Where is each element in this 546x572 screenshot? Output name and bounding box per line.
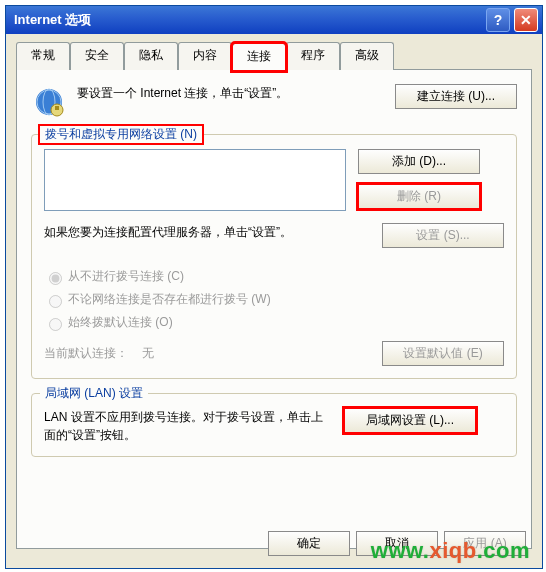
lan-fieldset: 局域网 (LAN) 设置 LAN 设置不应用到拨号连接。对于拨号设置，单击上面的… bbox=[31, 393, 517, 457]
window-title: Internet 选项 bbox=[14, 11, 91, 29]
tab-general[interactable]: 常规 bbox=[16, 42, 70, 70]
tab-bar: 常规 安全 隐私 内容 连接 程序 高级 bbox=[6, 34, 542, 70]
lan-text: LAN 设置不应用到拨号连接。对于拨号设置，单击上面的“设置”按钮。 bbox=[44, 408, 334, 444]
delete-button[interactable]: 删除 (R) bbox=[358, 184, 480, 209]
ok-button[interactable]: 确定 bbox=[268, 531, 350, 556]
radio-whenever-input bbox=[49, 295, 62, 308]
default-connection-value: 无 bbox=[142, 345, 382, 362]
watermark-prefix: www. bbox=[371, 538, 430, 563]
title-bar[interactable]: Internet 选项 ? ✕ bbox=[6, 6, 542, 34]
close-icon: ✕ bbox=[520, 12, 532, 28]
help-button[interactable]: ? bbox=[486, 8, 510, 32]
lan-settings-button[interactable]: 局域网设置 (L)... bbox=[344, 408, 476, 433]
tab-connections[interactable]: 连接 bbox=[232, 43, 286, 71]
set-default-button: 设置默认值 (E) bbox=[382, 341, 504, 366]
settings-button: 设置 (S)... bbox=[382, 223, 504, 248]
dialup-vpn-fieldset: 拨号和虚拟专用网络设置 (N) 添加 (D)... 删除 (R) 如果您要为连接… bbox=[31, 134, 517, 379]
proxy-text: 如果您要为连接配置代理服务器，单击“设置”。 bbox=[44, 223, 372, 241]
tab-security[interactable]: 安全 bbox=[70, 42, 124, 70]
connections-listbox[interactable] bbox=[44, 149, 346, 211]
globe-icon bbox=[31, 84, 67, 120]
watermark: www.xiqb.com bbox=[371, 538, 530, 564]
default-connection-label: 当前默认连接： bbox=[44, 345, 128, 362]
watermark-suffix: .com bbox=[477, 538, 530, 563]
radio-whenever-label: 不论网络连接是否存在都进行拨号 (W) bbox=[68, 291, 271, 308]
radio-always: 始终拨默认连接 (O) bbox=[44, 314, 504, 331]
radio-always-label: 始终拨默认连接 (O) bbox=[68, 314, 173, 331]
radio-never-label: 从不进行拨号连接 (C) bbox=[68, 268, 184, 285]
internet-options-dialog: Internet 选项 ? ✕ 常规 安全 隐私 内容 连接 程序 高级 要设置… bbox=[5, 5, 543, 569]
radio-never-input bbox=[49, 272, 62, 285]
radio-never: 从不进行拨号连接 (C) bbox=[44, 268, 504, 285]
tab-privacy[interactable]: 隐私 bbox=[124, 42, 178, 70]
intro-text: 要设置一个 Internet 连接，单击“设置”。 bbox=[77, 84, 385, 102]
help-icon: ? bbox=[494, 12, 503, 28]
lan-legend: 局域网 (LAN) 设置 bbox=[40, 385, 148, 402]
add-button[interactable]: 添加 (D)... bbox=[358, 149, 480, 174]
tab-advanced[interactable]: 高级 bbox=[340, 42, 394, 70]
svg-rect-3 bbox=[55, 106, 59, 110]
tab-content[interactable]: 内容 bbox=[178, 42, 232, 70]
watermark-highlight: xiqb bbox=[429, 538, 476, 563]
radio-always-input bbox=[49, 318, 62, 331]
dialup-vpn-legend: 拨号和虚拟专用网络设置 (N) bbox=[40, 126, 202, 143]
radio-whenever: 不论网络连接是否存在都进行拨号 (W) bbox=[44, 291, 504, 308]
close-button[interactable]: ✕ bbox=[514, 8, 538, 32]
setup-connection-button[interactable]: 建立连接 (U)... bbox=[395, 84, 517, 109]
dial-options: 从不进行拨号连接 (C) 不论网络连接是否存在都进行拨号 (W) 始终拨默认连接… bbox=[44, 268, 504, 331]
tab-programs[interactable]: 程序 bbox=[286, 42, 340, 70]
connections-panel: 要设置一个 Internet 连接，单击“设置”。 建立连接 (U)... 拨号… bbox=[16, 69, 532, 549]
